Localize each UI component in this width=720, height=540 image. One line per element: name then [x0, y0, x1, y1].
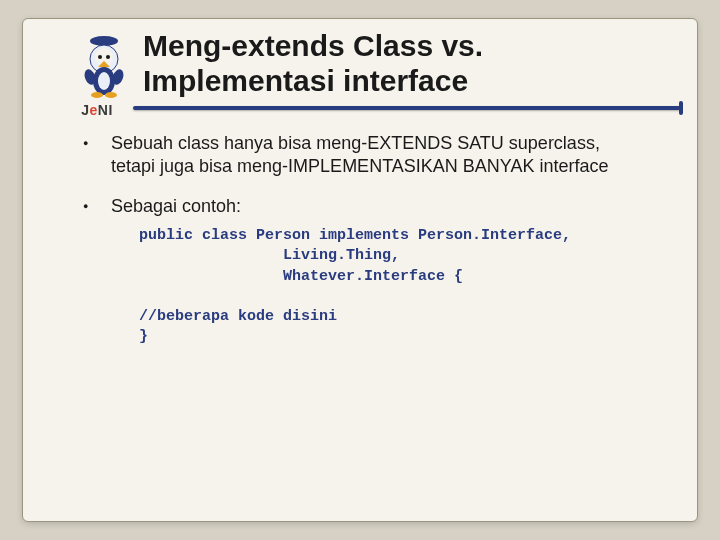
bullet-text: Sebagai contoh: — [111, 196, 241, 216]
bullet-text: Sebuah class hanya bisa meng-EXTENDS SAT… — [111, 133, 609, 176]
bullet-list: Sebuah class hanya bisa meng-EXTENDS SAT… — [83, 132, 647, 348]
title-line-1: Meng-extends Class vs. — [143, 29, 483, 62]
header: Meng-extends Class vs. Implementasi inte… — [23, 19, 697, 110]
list-item: Sebagai contoh: public class Person impl… — [83, 195, 647, 348]
title-underline — [133, 106, 681, 110]
title-line-2: Implementasi interface — [143, 64, 468, 97]
slide-title: Meng-extends Class vs. Implementasi inte… — [143, 29, 677, 98]
code-block: public class Person implements Person.In… — [139, 226, 647, 348]
list-item: Sebuah class hanya bisa meng-EXTENDS SAT… — [83, 132, 647, 179]
content: Sebuah class hanya bisa meng-EXTENDS SAT… — [23, 110, 697, 348]
slide: JeNI Meng-extends Class vs. Implementasi… — [22, 18, 698, 522]
